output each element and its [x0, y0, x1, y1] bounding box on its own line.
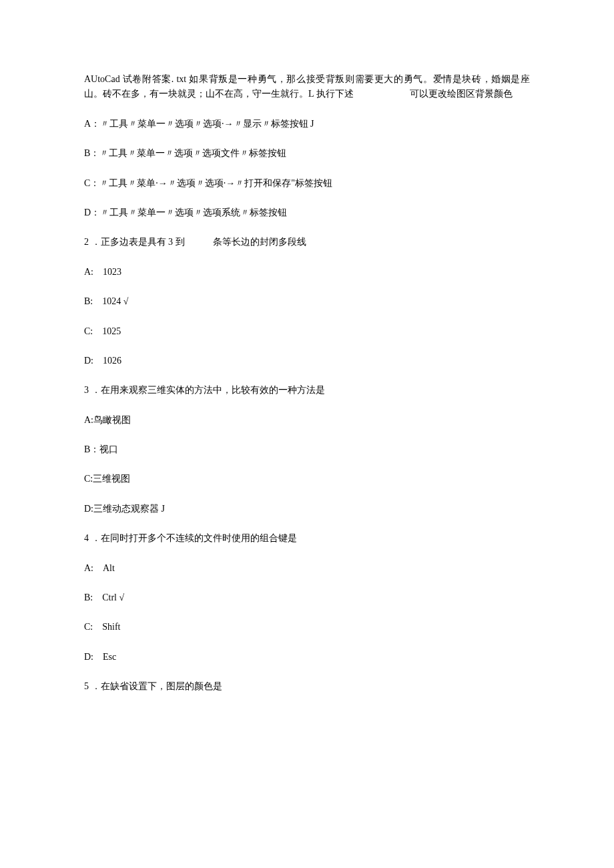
q5-stem: 5 ．在缺省设置下，图层的颜色是 [84, 679, 530, 694]
q4-stem: 4 ．在同时打开多个不连续的文件时使用的组合键是 [84, 531, 530, 546]
q3-stem: 3 ．在用来观察三维实体的方法中，比较有效的一种方法是 [84, 383, 530, 398]
q3-option-c: C:三维视图 [84, 472, 530, 486]
q4-option-c: C: Shift [84, 620, 530, 634]
q2-stem: 2 ．正多边表是具有 3 到 条等长边的封闭多段线 [84, 235, 530, 250]
document-page: AUtoCad 试卷附答案. txt 如果背叛是一种勇气，那么接受背叛则需要更大… [0, 0, 614, 868]
q2-option-a: A: 1023 [84, 265, 530, 280]
q4-option-a: A: Alt [84, 561, 530, 576]
q3-option-a: A:鸟瞰视图 [84, 413, 530, 428]
q2-option-c: C: 1025 [84, 324, 530, 339]
q2-option-b: B: 1024 √ [84, 294, 530, 309]
q3-option-d: D:三维动态观察器 J [84, 502, 530, 516]
q1-option-b: B：〃工具〃菜单一〃选项〃选项文件〃标签按钮 [84, 146, 530, 161]
q4-option-b: B: Ctrl √ [84, 590, 530, 605]
q1-option-c: C：〃工具〃菜单·→〃选项〃选项·→〃打开和保存"标签按钮 [84, 176, 530, 191]
intro-paragraph: AUtoCad 试卷附答案. txt 如果背叛是一种勇气，那么接受背叛则需要更大… [84, 72, 530, 102]
q2-option-d: D: 1026 [84, 354, 530, 368]
q1-option-a: A：〃工具〃菜单一〃选项〃选项·→〃显示〃标签按钮 J [84, 117, 530, 131]
q1-option-d: D：〃工具〃菜单一〃选项〃选项系统〃标签按钮 [84, 205, 530, 220]
q4-option-d: D: Esc [84, 650, 530, 665]
q3-option-b: B：视口 [84, 442, 530, 457]
